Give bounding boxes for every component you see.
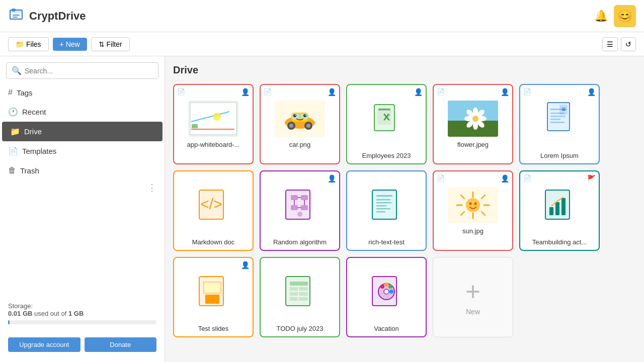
files-icon: 📁 — [16, 40, 24, 48]
sidebar-item-recent[interactable]: 🕐 Recent — [0, 102, 165, 122]
header-actions: 🔔 😊 — [594, 5, 636, 27]
file-icon-wrapper — [283, 175, 317, 234]
svg-rect-63 — [372, 190, 396, 219]
file-card-vacation[interactable]: Vacation — [346, 257, 427, 337]
file-thumbnail — [275, 101, 325, 137]
person-badge: 👤 — [241, 88, 250, 96]
svg-point-35 — [473, 108, 478, 116]
file-card-markdown[interactable]: </> Markdown doc — [173, 170, 254, 251]
svg-rect-56 — [291, 205, 298, 210]
storage-bar — [8, 320, 156, 324]
sidebar-item-trash[interactable]: 🗑 Trash — [0, 161, 165, 180]
files-grid: 📄 👤 app-whiteboard-... — [173, 84, 636, 337]
sidebar-item-templates[interactable]: 📄 Templates — [0, 141, 165, 161]
svg-rect-47 — [550, 119, 560, 120]
file-name: Vacation — [374, 325, 399, 332]
file-card-teambuilding[interactable]: 📄 🚩 Teambuilding act... — [519, 170, 600, 251]
file-type-icon: 📄 — [523, 88, 531, 96]
file-card-app-whiteboard[interactable]: 📄 👤 app-whiteboard-... — [173, 84, 254, 164]
file-card-employees[interactable]: 👤 ✕ X Employees 2023 — [346, 84, 427, 164]
sidebar: 🔍 # Tags 🕐 Recent 📁 Drive 📄 Templates 🗑 … — [0, 56, 165, 362]
trash-icon: 🗑 — [8, 166, 16, 175]
svg-point-36 — [473, 122, 478, 130]
file-thumbnail — [448, 101, 498, 137]
file-name: Test slides — [198, 325, 229, 332]
notifications-icon[interactable]: 🔔 — [594, 10, 608, 23]
svg-rect-68 — [376, 208, 390, 210]
file-name: TODO july 2023 — [277, 325, 324, 332]
sidebar-item-label: Templates — [22, 147, 56, 155]
person-badge: 👤 — [587, 88, 596, 96]
history-button[interactable]: ↺ — [621, 37, 636, 51]
upgrade-button[interactable]: Upgrade account — [8, 337, 80, 352]
svg-rect-98 — [290, 297, 298, 301]
toolbar: 📁 Files + New ⇅ Filter ☰ ↺ — [0, 32, 644, 56]
person-badge: 👤 — [414, 88, 423, 96]
files-button[interactable]: 📁 Files — [8, 37, 49, 51]
file-type-icon: 📄 — [264, 88, 272, 96]
file-card-flower[interactable]: 📄 👤 — [433, 84, 513, 164]
svg-rect-46 — [550, 116, 566, 117]
svg-point-21 — [293, 114, 296, 117]
svg-rect-83 — [549, 207, 553, 215]
svg-rect-99 — [299, 297, 308, 301]
svg-text:X: X — [383, 112, 389, 122]
file-card-car[interactable]: 📄 👤 — [260, 84, 340, 164]
file-card-todo[interactable]: TODO july 2023 — [260, 257, 340, 337]
svg-point-103 — [380, 285, 384, 289]
recent-icon: 🕐 — [8, 107, 18, 117]
list-view-button[interactable]: ☰ — [602, 37, 618, 51]
file-card-rich-text[interactable]: rich-text-test — [346, 170, 427, 251]
svg-rect-65 — [376, 199, 390, 201]
svg-point-37 — [464, 116, 472, 121]
sidebar-item-tags[interactable]: # Tags — [0, 83, 165, 102]
file-icon-wrapper: </> — [196, 175, 230, 234]
svg-rect-10 — [192, 124, 198, 128]
search-input[interactable] — [25, 67, 153, 75]
svg-point-81 — [474, 202, 477, 205]
app-header: CryptDrive 🔔 😊 — [0, 0, 644, 32]
svg-rect-64 — [376, 195, 392, 197]
filter-button[interactable]: ⇅ Filter — [91, 37, 130, 51]
content-title: Drive — [173, 64, 636, 76]
storage-bar-fill — [8, 320, 10, 324]
search-box[interactable]: 🔍 — [6, 62, 158, 79]
sidebar-item-label: Drive — [24, 127, 42, 136]
donate-button[interactable]: Donate — [85, 337, 157, 352]
file-name: Teambuilding act... — [532, 238, 587, 246]
user-avatar[interactable]: 😊 — [614, 5, 636, 27]
sidebar-item-label: Tags — [17, 88, 33, 97]
file-card-sun[interactable]: 📄 👤 — [433, 170, 513, 251]
file-name: Employees 2023 — [362, 152, 411, 159]
file-card-random-algorithm[interactable]: 👤 Random — [260, 170, 340, 251]
storage-label: Storage: — [8, 302, 156, 310]
new-file-card[interactable]: + New — [433, 257, 513, 337]
svg-rect-96 — [290, 292, 298, 296]
more-options[interactable]: ⋮ — [0, 180, 165, 195]
svg-rect-57 — [301, 205, 308, 210]
file-type-icon: 📄 — [437, 88, 445, 96]
file-thumbnail — [188, 101, 238, 137]
svg-point-22 — [303, 114, 306, 117]
svg-point-104 — [384, 283, 388, 287]
svg-text:≡: ≡ — [561, 105, 566, 113]
file-card-test-slides[interactable]: 👤 Test slides — [173, 257, 254, 337]
file-thumbnail — [448, 187, 498, 223]
sidebar-item-label: Trash — [20, 166, 39, 175]
file-icon-wrapper — [196, 262, 230, 321]
person-badge: 👤 — [241, 261, 250, 269]
tags-icon: # — [8, 88, 13, 97]
file-icon-wrapper: ✕ X — [370, 89, 403, 148]
file-card-lorem[interactable]: 📄 👤 ≡ Lorem I — [519, 84, 600, 164]
sidebar-item-drive[interactable]: 📁 Drive — [2, 122, 163, 141]
person-badge: 👤 — [328, 174, 336, 183]
sidebar-item-label: Recent — [22, 108, 46, 116]
new-button[interactable]: + New — [53, 38, 87, 51]
svg-rect-6 — [190, 103, 236, 135]
sidebar-buttons: Upgrade account Donate — [0, 333, 165, 356]
file-icon-wrapper — [369, 262, 404, 321]
svg-rect-97 — [299, 292, 308, 296]
svg-rect-48 — [550, 122, 565, 123]
file-type-icon: 📄 — [523, 174, 531, 182]
svg-point-38 — [478, 116, 487, 121]
